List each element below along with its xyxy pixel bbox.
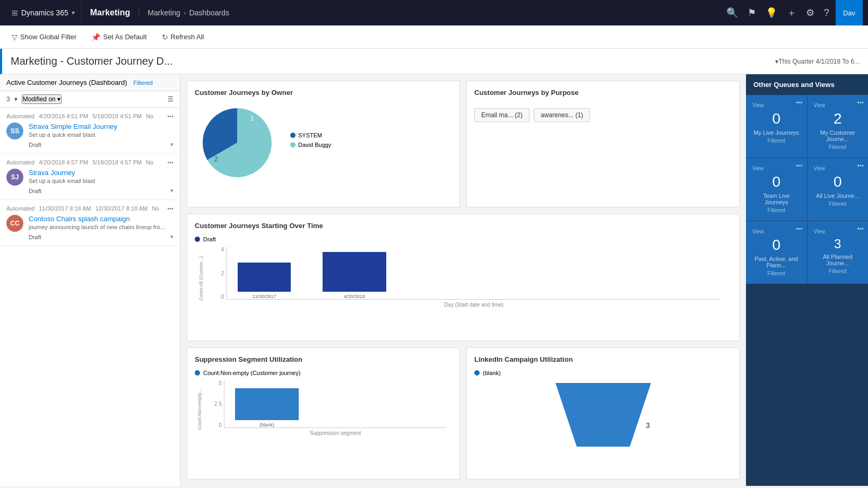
queue-card-my-live-journeys[interactable]: View ••• 0 My Live Journeys Filtered — [746, 95, 807, 158]
svg-text:1: 1 — [250, 115, 254, 122]
app-switcher[interactable]: ⊞ Dynamics 365 ▾ — [5, 0, 82, 25]
expand-3[interactable]: ▾ — [170, 233, 173, 240]
legend-dot-system — [290, 133, 296, 138]
journey-type-2: Automated — [6, 159, 34, 165]
page-title: Marketing - Customer Journey D... — [11, 55, 771, 67]
queue-view-label-4: View — [814, 165, 862, 171]
y-axis-title-time: Count:All (Custom...) — [198, 257, 204, 301]
journey-name-3[interactable]: Contoso Chairs splash campaign — [29, 215, 173, 223]
expand-2[interactable]: ▾ — [170, 187, 173, 194]
legend-label-david: David Buggy — [298, 142, 331, 148]
show-global-filter-button[interactable]: ▽ Show Global Filter — [5, 30, 83, 45]
queue-menu-2[interactable]: ••• — [857, 99, 864, 107]
left-panel-title-area: Active Customer Journeys (Dashboard) Fil… — [6, 79, 153, 86]
queue-menu-5[interactable]: ••• — [796, 225, 803, 233]
right-panel-title: Other Queues and Views — [746, 74, 868, 95]
sort-modified-on[interactable]: Modified on ▾ — [22, 94, 62, 104]
queue-filter-5: Filtered — [752, 271, 801, 276]
queue-filter-1: Filtered — [752, 138, 801, 144]
tag-awareness[interactable]: awarenes... (1) — [534, 108, 590, 122]
queue-card-all-planned-journeys[interactable]: View ••• 3 All Planned Journe... Filtere… — [808, 221, 869, 284]
gear-icon[interactable]: ⚙ — [806, 7, 814, 19]
journey-menu-2[interactable]: ••• — [167, 159, 173, 165]
queue-grid: View ••• 0 My Live Journeys Filtered Vie… — [746, 95, 868, 284]
refresh-all-button[interactable]: ↻ Refresh All — [155, 30, 211, 45]
bar-1130 — [238, 263, 291, 292]
journey-menu-1[interactable]: ••• — [167, 113, 173, 119]
queue-card-all-live-journeys[interactable]: View ••• 0 All Live Journe... Filtered — [808, 158, 869, 221]
sort-label: Modified on — [23, 95, 56, 103]
queue-menu-4[interactable]: ••• — [857, 162, 864, 170]
record-count: 3 — [6, 95, 10, 103]
expand-1[interactable]: ▾ — [170, 141, 173, 148]
supp-bar-label: (blank) — [259, 422, 274, 428]
queue-menu-6[interactable]: ••• — [857, 225, 864, 233]
journey-type-3: Automated — [6, 205, 34, 212]
queue-label-1: My Live Journeys — [752, 129, 801, 136]
svg-marker-2 — [555, 383, 651, 447]
journey-info-2: SJ Strava Journey Set up a quick email b… — [6, 169, 173, 194]
module-name: Marketing — [82, 8, 140, 18]
bar-420 — [323, 252, 386, 292]
left-panel-controls: 3 ▾ Modified on ▾ ☰ — [0, 91, 180, 108]
journeys-by-purpose-card: Customer Journeys by Purpose Email ma...… — [466, 81, 740, 207]
legend-label-system: SYSTEM — [298, 132, 322, 138]
queue-card-team-live-journeys[interactable]: View ••• 0 Team Live Journeys Filtered — [746, 158, 807, 221]
journey-status-2: Draft ▾ — [29, 187, 173, 194]
user-button[interactable]: Dav — [836, 0, 863, 25]
queue-view-label-5: View — [752, 229, 801, 234]
queue-menu-3[interactable]: ••• — [796, 162, 803, 170]
list-item[interactable]: Automated 11/30/2017 8:18 AM 12/30/2017 … — [0, 200, 180, 246]
tag-email[interactable]: Email ma... (2) — [474, 108, 530, 122]
journey-flag-3: No — [152, 205, 159, 212]
left-panel-title: Active Customer Journeys (Dashboard) — [6, 79, 127, 86]
flag-icon[interactable]: ⚑ — [748, 7, 756, 19]
breadcrumb-marketing[interactable]: Marketing — [147, 8, 180, 17]
journeys-by-owner-card: Customer Journeys by Owner 1 2 — [187, 81, 460, 207]
time-legend-dot — [195, 237, 200, 242]
queue-label-3: Team Live Journeys — [752, 193, 801, 205]
queue-filter-3: Filtered — [752, 207, 801, 213]
svg-text:2: 2 — [214, 155, 218, 163]
lightbulb-icon[interactable]: 💡 — [766, 7, 777, 19]
app-chevron[interactable]: ▾ — [72, 9, 75, 16]
filtered-badge: Filtered — [133, 80, 153, 86]
list-item[interactable]: Automated 4/20/2018 4:51 PM 5/18/2018 4:… — [0, 108, 180, 154]
journey-info-3: CC Contoso Chairs splash campaign journe… — [6, 215, 173, 240]
filter-icon: ▽ — [12, 33, 18, 41]
queue-count-5: 0 — [752, 237, 801, 254]
queue-label-6: All Planned Journe... — [814, 254, 862, 266]
journey-details-2: Strava Journey Set up a quick email blas… — [29, 169, 173, 194]
journey-menu-3[interactable]: ••• — [167, 205, 173, 212]
journey-flag-2: No — [146, 159, 153, 165]
main-layout: Active Customer Journeys (Dashboard) Fil… — [0, 74, 868, 486]
breadcrumb-dashboards[interactable]: Dashboards — [189, 8, 229, 17]
time-legend-label: Draft — [203, 236, 216, 242]
queue-card-my-customer-journeys[interactable]: View ••• 2 My Customer Journe... Filtere… — [808, 95, 869, 158]
list-item[interactable]: Automated 4/20/2018 4:57 PM 5/18/2018 4:… — [0, 154, 180, 200]
journey-name-2[interactable]: Strava Journey — [29, 169, 173, 177]
queue-count-4: 0 — [814, 173, 862, 190]
center-panel: Customer Journeys by Owner 1 2 — [180, 74, 746, 486]
page-title-bar: Marketing - Customer Journey D... ▾ This… — [0, 49, 868, 74]
page-title-meta: This Quarter 4/1/2018 To 6... — [778, 58, 860, 65]
bar-area-supp: (blank) — [224, 380, 447, 428]
journey-details-3: Contoso Chairs splash campaign journey a… — [29, 215, 173, 240]
set-as-default-button[interactable]: 📌 Set As Default — [85, 30, 153, 45]
queue-label-2: My Customer Journe... — [814, 129, 862, 142]
status-badge-3: Draft — [29, 234, 41, 240]
plus-icon[interactable]: ＋ — [787, 6, 796, 19]
pie-chart: 1 2 — [195, 103, 280, 177]
journey-name-1[interactable]: Strava Simple Email Journey — [29, 123, 173, 130]
view-toggle-icon[interactable]: ☰ — [168, 95, 173, 103]
queue-card-past-active-planned[interactable]: View ••• 0 Past, Active, and Plann... Fi… — [746, 221, 807, 284]
count-down-icon: ▾ — [14, 95, 18, 103]
queue-menu-1[interactable]: ••• — [796, 99, 803, 107]
journey-desc-2: Set up a quick email blast — [29, 178, 173, 184]
queue-view-label-1: View — [752, 102, 801, 108]
help-icon[interactable]: ? — [824, 7, 829, 19]
breadcrumb-sep1: › — [184, 8, 186, 17]
search-icon[interactable]: 🔍 — [726, 7, 738, 19]
grid-icon: ⊞ — [12, 8, 18, 17]
linkedin-title: LinkedIn Campaign Utilization — [474, 355, 732, 363]
